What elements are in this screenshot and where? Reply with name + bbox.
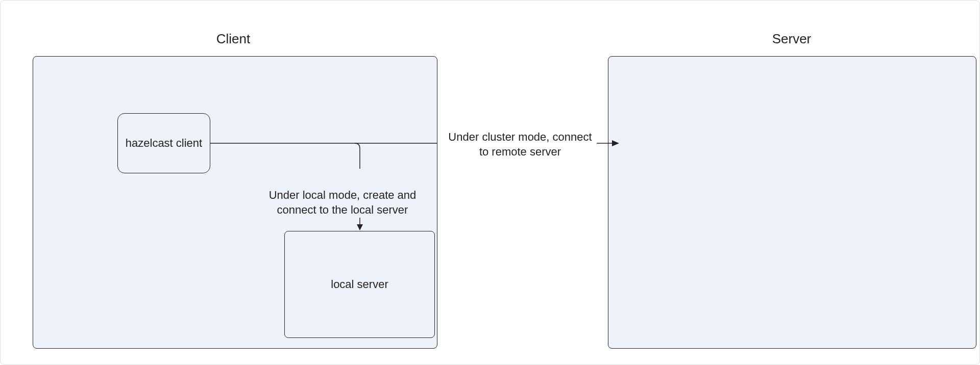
- diagram-container: Client Server hazelcast client local ser…: [0, 0, 980, 365]
- cluster-mode-label: Under cluster mode, connect to remote se…: [444, 130, 597, 159]
- local-server-box: local server: [284, 231, 435, 338]
- local-mode-label: Under local mode, create and connect to …: [258, 188, 427, 217]
- server-box: [608, 56, 976, 349]
- local-server-label: local server: [331, 278, 388, 291]
- server-title: Server: [603, 31, 980, 47]
- client-title: Client: [29, 31, 437, 47]
- hazelcast-client-box: hazelcast client: [117, 113, 210, 173]
- hazelcast-client-label: hazelcast client: [126, 137, 202, 150]
